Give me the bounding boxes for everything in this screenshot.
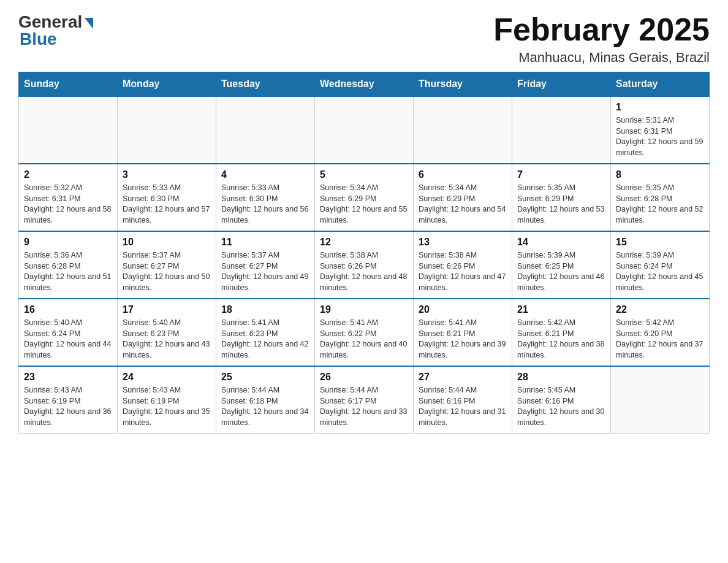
day-number: 25 [221,372,309,383]
calendar-day-header: Saturday [611,72,710,97]
day-number: 21 [517,304,605,315]
day-number: 2 [24,169,112,180]
logo-arrow-icon [85,18,93,29]
day-sun-info: Sunrise: 5:43 AM Sunset: 6:19 PM Dayligh… [123,385,211,428]
day-sun-info: Sunrise: 5:42 AM Sunset: 6:21 PM Dayligh… [517,318,605,361]
day-number: 22 [616,304,704,315]
day-sun-info: Sunrise: 5:44 AM Sunset: 6:16 PM Dayligh… [419,385,507,428]
calendar-day-cell: 7Sunrise: 5:35 AM Sunset: 6:29 PM Daylig… [512,164,611,231]
day-sun-info: Sunrise: 5:45 AM Sunset: 6:16 PM Dayligh… [517,385,605,428]
calendar-day-cell: 27Sunrise: 5:44 AM Sunset: 6:16 PM Dayli… [414,366,512,434]
logo-blue-text: Blue [18,29,57,49]
calendar-day-cell [315,96,414,164]
day-number: 17 [123,304,211,315]
day-number: 10 [123,237,211,248]
day-number: 26 [320,372,408,383]
day-sun-info: Sunrise: 5:38 AM Sunset: 6:26 PM Dayligh… [320,250,408,293]
day-number: 23 [24,372,112,383]
day-sun-info: Sunrise: 5:35 AM Sunset: 6:29 PM Dayligh… [517,183,605,226]
calendar-day-cell: 26Sunrise: 5:44 AM Sunset: 6:17 PM Dayli… [315,366,414,434]
day-number: 9 [24,237,112,248]
calendar-day-cell: 13Sunrise: 5:38 AM Sunset: 6:26 PM Dayli… [414,231,512,299]
calendar-day-cell: 15Sunrise: 5:39 AM Sunset: 6:24 PM Dayli… [611,231,710,299]
logo: General Blue [18,12,93,49]
day-number: 20 [419,304,507,315]
day-number: 1 [616,102,704,113]
day-number: 6 [419,169,507,180]
calendar-day-header: Friday [512,72,611,97]
day-sun-info: Sunrise: 5:33 AM Sunset: 6:30 PM Dayligh… [123,183,211,226]
calendar-day-cell: 25Sunrise: 5:44 AM Sunset: 6:18 PM Dayli… [216,366,315,434]
calendar-day-cell: 2Sunrise: 5:32 AM Sunset: 6:31 PM Daylig… [19,164,118,231]
calendar-day-cell: 3Sunrise: 5:33 AM Sunset: 6:30 PM Daylig… [118,164,216,231]
calendar-day-cell: 14Sunrise: 5:39 AM Sunset: 6:25 PM Dayli… [512,231,611,299]
calendar-day-cell: 9Sunrise: 5:36 AM Sunset: 6:28 PM Daylig… [19,231,118,299]
location-subtitle: Manhuacu, Minas Gerais, Brazil [493,50,710,66]
day-number: 14 [517,237,605,248]
calendar-day-header: Wednesday [315,72,414,97]
day-sun-info: Sunrise: 5:37 AM Sunset: 6:27 PM Dayligh… [123,250,211,293]
calendar-day-cell [512,96,611,164]
day-number: 5 [320,169,408,180]
day-number: 12 [320,237,408,248]
calendar-day-cell: 12Sunrise: 5:38 AM Sunset: 6:26 PM Dayli… [315,231,414,299]
page-header: General Blue February 2025 Manhuacu, Min… [18,12,710,66]
day-sun-info: Sunrise: 5:39 AM Sunset: 6:24 PM Dayligh… [616,250,704,293]
calendar-day-cell: 5Sunrise: 5:34 AM Sunset: 6:29 PM Daylig… [315,164,414,231]
day-number: 11 [221,237,309,248]
calendar-header-row: SundayMondayTuesdayWednesdayThursdayFrid… [19,72,710,97]
title-section: February 2025 Manhuacu, Minas Gerais, Br… [493,12,710,66]
calendar-day-header: Monday [118,72,216,97]
day-sun-info: Sunrise: 5:34 AM Sunset: 6:29 PM Dayligh… [419,183,507,226]
calendar-day-cell [19,96,118,164]
day-sun-info: Sunrise: 5:41 AM Sunset: 6:21 PM Dayligh… [419,318,507,361]
day-number: 24 [123,372,211,383]
calendar-day-cell: 10Sunrise: 5:37 AM Sunset: 6:27 PM Dayli… [118,231,216,299]
day-number: 28 [517,372,605,383]
day-sun-info: Sunrise: 5:40 AM Sunset: 6:23 PM Dayligh… [123,318,211,361]
calendar-day-cell: 19Sunrise: 5:41 AM Sunset: 6:22 PM Dayli… [315,299,414,366]
calendar-day-cell: 23Sunrise: 5:43 AM Sunset: 6:19 PM Dayli… [19,366,118,434]
calendar-week-row: 23Sunrise: 5:43 AM Sunset: 6:19 PM Dayli… [19,366,710,434]
day-sun-info: Sunrise: 5:38 AM Sunset: 6:26 PM Dayligh… [419,250,507,293]
calendar-day-cell [216,96,315,164]
calendar-day-cell: 11Sunrise: 5:37 AM Sunset: 6:27 PM Dayli… [216,231,315,299]
calendar-week-row: 1Sunrise: 5:31 AM Sunset: 6:31 PM Daylig… [19,96,710,164]
calendar-day-cell: 1Sunrise: 5:31 AM Sunset: 6:31 PM Daylig… [611,96,710,164]
calendar-day-cell [414,96,512,164]
day-number: 3 [123,169,211,180]
calendar-day-cell: 4Sunrise: 5:33 AM Sunset: 6:30 PM Daylig… [216,164,315,231]
day-number: 15 [616,237,704,248]
calendar-table: SundayMondayTuesdayWednesdayThursdayFrid… [18,72,710,434]
calendar-week-row: 16Sunrise: 5:40 AM Sunset: 6:24 PM Dayli… [19,299,710,366]
calendar-day-cell: 17Sunrise: 5:40 AM Sunset: 6:23 PM Dayli… [118,299,216,366]
calendar-day-cell: 18Sunrise: 5:41 AM Sunset: 6:23 PM Dayli… [216,299,315,366]
day-number: 18 [221,304,309,315]
day-number: 7 [517,169,605,180]
day-number: 8 [616,169,704,180]
calendar-day-cell: 16Sunrise: 5:40 AM Sunset: 6:24 PM Dayli… [19,299,118,366]
calendar-day-cell: 21Sunrise: 5:42 AM Sunset: 6:21 PM Dayli… [512,299,611,366]
day-sun-info: Sunrise: 5:31 AM Sunset: 6:31 PM Dayligh… [616,115,704,158]
day-number: 16 [24,304,112,315]
calendar-day-cell [118,96,216,164]
day-sun-info: Sunrise: 5:42 AM Sunset: 6:20 PM Dayligh… [616,318,704,361]
calendar-day-header: Tuesday [216,72,315,97]
day-sun-info: Sunrise: 5:41 AM Sunset: 6:23 PM Dayligh… [221,318,309,361]
day-sun-info: Sunrise: 5:32 AM Sunset: 6:31 PM Dayligh… [24,183,112,226]
calendar-day-cell [611,366,710,434]
day-sun-info: Sunrise: 5:37 AM Sunset: 6:27 PM Dayligh… [221,250,309,293]
calendar-day-header: Thursday [414,72,512,97]
day-number: 13 [419,237,507,248]
day-sun-info: Sunrise: 5:40 AM Sunset: 6:24 PM Dayligh… [24,318,112,361]
calendar-day-cell: 24Sunrise: 5:43 AM Sunset: 6:19 PM Dayli… [118,366,216,434]
day-sun-info: Sunrise: 5:43 AM Sunset: 6:19 PM Dayligh… [24,385,112,428]
day-sun-info: Sunrise: 5:39 AM Sunset: 6:25 PM Dayligh… [517,250,605,293]
calendar-day-cell: 8Sunrise: 5:35 AM Sunset: 6:28 PM Daylig… [611,164,710,231]
calendar-week-row: 9Sunrise: 5:36 AM Sunset: 6:28 PM Daylig… [19,231,710,299]
calendar-day-cell: 28Sunrise: 5:45 AM Sunset: 6:16 PM Dayli… [512,366,611,434]
calendar-week-row: 2Sunrise: 5:32 AM Sunset: 6:31 PM Daylig… [19,164,710,231]
day-number: 27 [419,372,507,383]
day-sun-info: Sunrise: 5:34 AM Sunset: 6:29 PM Dayligh… [320,183,408,226]
calendar-day-cell: 22Sunrise: 5:42 AM Sunset: 6:20 PM Dayli… [611,299,710,366]
